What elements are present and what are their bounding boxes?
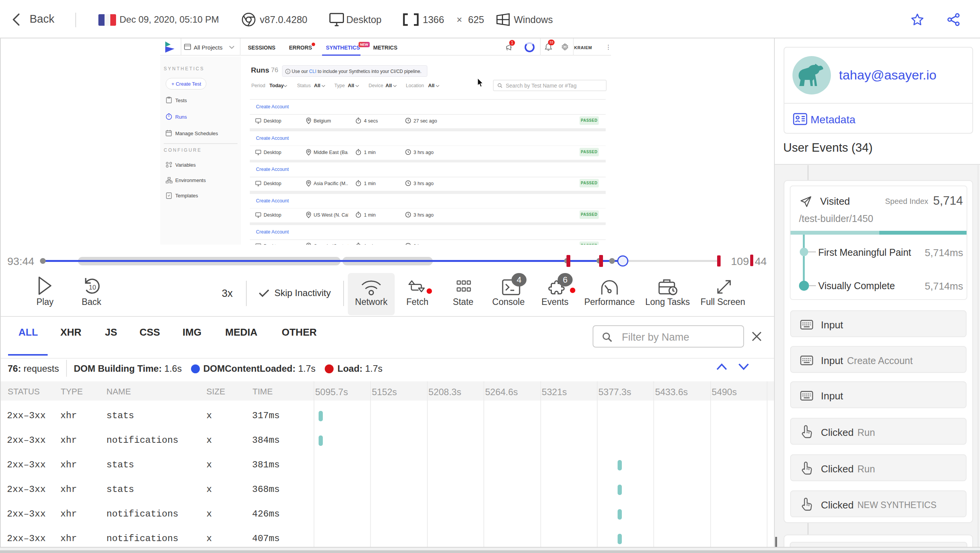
- svg-text:10: 10: [89, 284, 96, 291]
